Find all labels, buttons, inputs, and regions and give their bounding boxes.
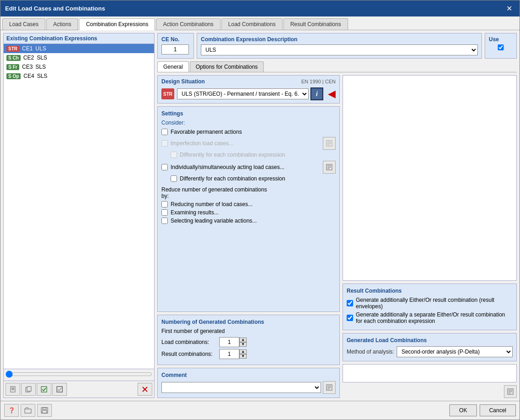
diff-each-1-label: Differently for each combination express… bbox=[180, 152, 285, 158]
delete-button[interactable] bbox=[138, 383, 152, 396]
imperf-label: Imperfection load cases... bbox=[171, 140, 233, 147]
ok-button[interactable]: OK bbox=[449, 404, 476, 416]
generated-load-box: Generated Load Combinations Method of an… bbox=[343, 333, 517, 361]
consider-label: Consider: bbox=[161, 120, 336, 126]
uncheck-all-button[interactable] bbox=[52, 383, 67, 396]
item-desc: SLS bbox=[35, 64, 46, 70]
bottom-left-tools: ❓ bbox=[4, 404, 52, 417]
select-lead-row: Selecting leading variable actions... bbox=[161, 218, 336, 224]
cancel-button[interactable]: Cancel bbox=[480, 404, 516, 416]
tab-load-cases[interactable]: Load Cases bbox=[2, 18, 45, 30]
svg-rect-7 bbox=[57, 387, 62, 392]
badge-sch: S Ch bbox=[6, 55, 21, 61]
ce-desc-box: Combination Expression Description ULS bbox=[197, 33, 482, 59]
use-box: Use bbox=[485, 33, 517, 59]
bottom-bar: ❓ OK Cancel bbox=[0, 401, 520, 420]
svg-rect-5 bbox=[27, 387, 31, 391]
list-item[interactable]: S Op CE4 SLS bbox=[4, 71, 154, 81]
save-button[interactable] bbox=[37, 404, 52, 417]
close-button[interactable]: ✕ bbox=[503, 3, 515, 14]
numbering-section: Numbering of Generated Combinations Firs… bbox=[157, 315, 340, 365]
check-all-button[interactable] bbox=[37, 383, 51, 396]
info-button[interactable]: i bbox=[310, 87, 323, 100]
first-number-label: First number of generated bbox=[161, 328, 336, 334]
fav-perm-label: Favorable permanent actions bbox=[171, 129, 242, 135]
item-id: CE3 bbox=[22, 64, 33, 70]
list-item[interactable]: S Ch CE2 SLS bbox=[4, 53, 154, 62]
result-comb-spinner-btns: ▲ ▼ bbox=[239, 349, 247, 359]
svg-rect-26 bbox=[25, 409, 31, 413]
diff-each-1-row: Differently for each combination express… bbox=[161, 152, 336, 158]
dialog: Edit Load Cases and Combinations ✕ Load … bbox=[0, 0, 520, 420]
design-situation-row: STR ULS (STR/GEO) - Permanent / transien… bbox=[161, 87, 336, 100]
help-button[interactable]: ❓ bbox=[4, 404, 19, 417]
load-comb-up[interactable]: ▲ bbox=[239, 338, 247, 342]
comment-select[interactable] bbox=[161, 382, 321, 393]
tab-actions[interactable]: Actions bbox=[46, 18, 78, 30]
badge-sfr: S Fr bbox=[6, 64, 19, 70]
svg-rect-6 bbox=[41, 387, 47, 392]
imperf-settings-btn[interactable] bbox=[323, 137, 336, 150]
content-area: Existing Combination Expressions STR CE1… bbox=[0, 30, 520, 401]
copy-button[interactable] bbox=[21, 383, 36, 396]
result-comb-down[interactable]: ▼ bbox=[239, 354, 247, 359]
fav-perm-checkbox[interactable] bbox=[161, 129, 168, 135]
select-lead-checkbox[interactable] bbox=[161, 218, 168, 224]
comment-edit-btn[interactable] bbox=[323, 381, 336, 394]
info-icon: i bbox=[316, 90, 318, 98]
tab-result-combinations[interactable]: Result Combinations bbox=[283, 18, 348, 30]
gen-either-or-label: Generate additionally Either/Or result c… bbox=[356, 297, 513, 310]
list-item[interactable]: STR CE1 ULS bbox=[4, 44, 154, 53]
sub-tab-general[interactable]: General bbox=[157, 61, 189, 72]
comment-title: Comment bbox=[161, 372, 336, 378]
indiv-checkbox[interactable] bbox=[161, 164, 168, 170]
right-side-btn[interactable] bbox=[504, 385, 517, 398]
indiv-simul-row: Individually/simultaneously acting load … bbox=[161, 161, 336, 174]
red-arrow-indicator: ◀ bbox=[328, 88, 336, 100]
gen-either-or-checkbox[interactable] bbox=[347, 300, 353, 306]
comment-row bbox=[161, 381, 336, 394]
list-item[interactable]: S Fr CE3 SLS bbox=[4, 62, 154, 71]
use-checkbox[interactable] bbox=[489, 44, 513, 50]
method-label: Method of analysis: bbox=[347, 349, 394, 355]
method-row: Method of analysis: Second-order analysi… bbox=[347, 346, 513, 357]
diff-each-2-checkbox[interactable] bbox=[171, 175, 177, 182]
diff-each-1-checkbox[interactable] bbox=[171, 152, 177, 158]
load-comb-input[interactable] bbox=[219, 337, 239, 347]
tab-action-combinations[interactable]: Action Combinations bbox=[156, 18, 220, 30]
right-panel: CE No. Combination Expression Descriptio… bbox=[157, 33, 517, 398]
result-comb-up[interactable]: ▲ bbox=[239, 349, 247, 354]
indiv-settings-btn[interactable] bbox=[323, 161, 336, 174]
method-select[interactable]: Second-order analysis (P-Delta) bbox=[397, 346, 513, 357]
load-comb-num-row: Load combinations: ▲ ▼ bbox=[161, 337, 336, 347]
tab-load-combinations[interactable]: Load Combinations bbox=[221, 18, 282, 30]
add-button[interactable] bbox=[6, 383, 20, 396]
imperf-checkbox[interactable] bbox=[161, 140, 168, 147]
indiv-label: Individually/simultaneously acting load … bbox=[171, 164, 284, 170]
item-desc: SLS bbox=[37, 73, 48, 79]
tab-combination-expressions[interactable]: Combination Expressions bbox=[79, 18, 155, 30]
diff-each-2-label: Differently for each combination express… bbox=[180, 175, 285, 182]
gen-separate-checkbox[interactable] bbox=[347, 315, 353, 321]
help-icon: ❓ bbox=[8, 407, 15, 414]
ce-no-label: CE No. bbox=[161, 36, 190, 43]
examine-checkbox[interactable] bbox=[161, 209, 168, 216]
svg-rect-28 bbox=[43, 408, 46, 409]
sub-tab-options[interactable]: Options for Combinations bbox=[190, 61, 264, 72]
ce-no-input[interactable] bbox=[161, 44, 189, 55]
open-button[interactable] bbox=[21, 404, 35, 417]
reduce-lc-checkbox[interactable] bbox=[161, 201, 168, 207]
load-comb-down[interactable]: ▼ bbox=[239, 342, 247, 347]
settings-title: Settings bbox=[161, 110, 336, 117]
ce-no-box: CE No. bbox=[157, 33, 194, 59]
numbering-title: Numbering of Generated Combinations bbox=[161, 319, 336, 325]
existing-combinations-header: Existing Combination Expressions bbox=[3, 33, 155, 44]
horizontal-scrollbar[interactable] bbox=[6, 371, 152, 377]
ce-desc-select[interactable]: ULS bbox=[201, 44, 478, 55]
use-label: Use bbox=[489, 36, 513, 43]
load-comb-spinner: ▲ ▼ bbox=[219, 337, 247, 347]
design-situation-select[interactable]: ULS (STR/GEO) - Permanent / transient - … bbox=[177, 88, 309, 99]
result-comb-num-label: Result combinations: bbox=[161, 351, 216, 357]
center-column: Design Situation EN 1990 | CEN STR ULS (… bbox=[157, 75, 340, 398]
result-comb-input[interactable] bbox=[219, 349, 239, 359]
